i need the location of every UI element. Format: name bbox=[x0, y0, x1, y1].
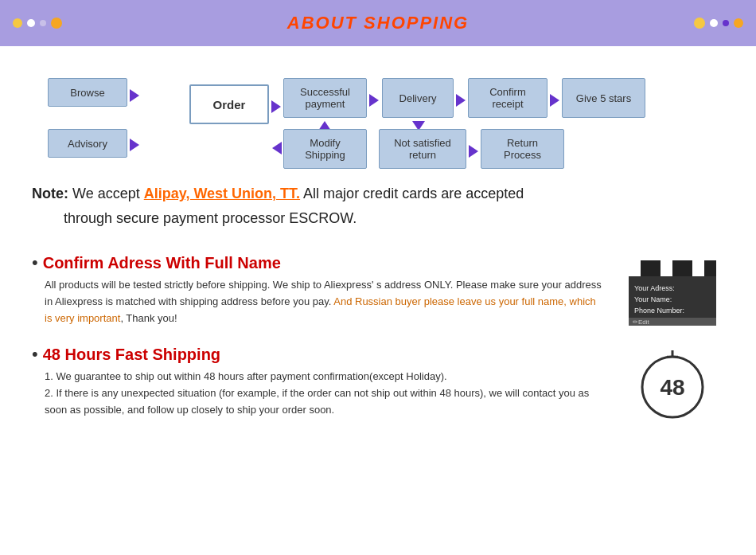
content-section: • Confirm Adress With Full Name All prod… bbox=[0, 246, 756, 453]
bullet-shipping-row: • 48 Hours Fast Shipping bbox=[32, 346, 605, 369]
arrow-browse-order bbox=[130, 89, 139, 104]
dot bbox=[710, 19, 718, 27]
stripe bbox=[645, 260, 657, 276]
bullet-dot: • bbox=[32, 344, 38, 365]
dot bbox=[694, 18, 705, 29]
board-text-line2: Your Name: bbox=[634, 295, 672, 303]
dot bbox=[13, 18, 22, 28]
note-label: Note: bbox=[32, 186, 68, 201]
return-process-box: Return Process bbox=[481, 129, 564, 169]
arrow-order-payment bbox=[271, 100, 281, 115]
bullet-confirm-content: • Confirm Adress With Full Name All prod… bbox=[32, 254, 605, 326]
arrow-icon bbox=[456, 94, 466, 107]
stripe bbox=[661, 260, 672, 276]
clapperboard-svg: Your Adress: Your Name: Phone Number: ✏E… bbox=[625, 254, 720, 330]
arrow-delivery-confirm bbox=[456, 94, 466, 109]
note-section: Note: We accept Alipay, West Union, TT. … bbox=[0, 174, 756, 246]
arrow-icon bbox=[130, 89, 139, 102]
clock-48-image: 48 bbox=[621, 346, 724, 421]
arrow-confirm-5stars bbox=[550, 94, 559, 109]
confirm-address-body: All products will be tested strictly bef… bbox=[45, 277, 605, 326]
bullet-fast-shipping: • 48 Hours Fast Shipping 1. We guarantee… bbox=[32, 346, 724, 421]
fast-shipping-body: 1. We guarantee to ship out within 48 ho… bbox=[45, 369, 605, 418]
arrow-modify-order bbox=[272, 142, 282, 157]
board-text-line3: Phone Number: bbox=[634, 307, 684, 315]
arrow-icon bbox=[369, 94, 379, 107]
arrow-icon bbox=[272, 142, 282, 154]
not-satisfied-box: Not satisfied return bbox=[379, 129, 466, 169]
stripe bbox=[629, 260, 641, 276]
fast-shipping-title: 48 Hours Fast Shipping bbox=[43, 346, 220, 364]
dot bbox=[40, 20, 46, 26]
dot bbox=[734, 18, 743, 28]
header-dots-right bbox=[694, 18, 743, 29]
clapperboard-image: Your Adress: Your Name: Phone Number: ✏E… bbox=[621, 254, 724, 330]
dot bbox=[723, 20, 729, 26]
successful-payment-box: Successful payment bbox=[283, 78, 367, 118]
clock-number: 48 bbox=[660, 375, 684, 400]
confirm-receipt-box: Confirm receipt bbox=[468, 78, 548, 118]
bullet-confirm-row: • Confirm Adress With Full Name bbox=[32, 254, 605, 277]
flow-section: Browse Order Advisory Successful payment bbox=[0, 46, 756, 174]
delivery-box: Delivery bbox=[382, 78, 454, 118]
stripe bbox=[708, 260, 720, 276]
page-title: ABOUT SHOPPING bbox=[287, 13, 469, 33]
advisory-box: Advisory bbox=[48, 129, 127, 158]
give-5-stars-box: Give 5 stars bbox=[562, 78, 645, 118]
note-text-before: We accept bbox=[72, 186, 144, 201]
arrow-icon bbox=[271, 100, 281, 113]
header: ABOUT SHOPPING bbox=[0, 0, 756, 46]
browse-box: Browse bbox=[48, 78, 127, 107]
dot bbox=[51, 18, 62, 29]
arrow-notsatisfied-return bbox=[469, 145, 478, 160]
arrow-icon bbox=[130, 139, 139, 151]
arrow-payment-delivery bbox=[369, 94, 379, 109]
board-text-line1: Your Adress: bbox=[634, 284, 675, 292]
edit-label: ✏Edit bbox=[633, 319, 650, 326]
stripe bbox=[692, 260, 704, 276]
flow-diagram: Browse Order Advisory Successful payment bbox=[48, 70, 724, 158]
bullet-dot: • bbox=[32, 252, 38, 273]
clock-svg: 48 bbox=[635, 346, 711, 421]
arrow-advisory-order bbox=[130, 139, 139, 154]
note-paragraph: Note: We accept Alipay, West Union, TT. … bbox=[32, 182, 724, 230]
arrow-icon bbox=[550, 94, 559, 107]
note-link[interactable]: Alipay, West Union, TT. bbox=[144, 186, 300, 201]
header-dots-left bbox=[13, 18, 62, 29]
order-box: Order bbox=[189, 84, 269, 124]
arrow-icon bbox=[469, 145, 478, 158]
bullet-confirm-address: • Confirm Adress With Full Name All prod… bbox=[32, 254, 724, 330]
stripe bbox=[676, 260, 688, 276]
modify-shipping-box: Modify Shipping bbox=[283, 129, 367, 169]
dot bbox=[27, 19, 35, 27]
confirm-address-title: Confirm Adress With Full Name bbox=[43, 254, 281, 272]
bullet-shipping-content: • 48 Hours Fast Shipping 1. We guarantee… bbox=[32, 346, 605, 418]
